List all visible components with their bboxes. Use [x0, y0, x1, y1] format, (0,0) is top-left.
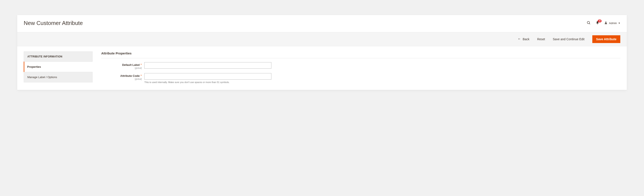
search-icon [586, 21, 591, 26]
required-mark: * [141, 74, 142, 77]
svg-point-3 [606, 22, 606, 23]
sidebar-item-manage-label-options[interactable]: Manage Label / Options [24, 72, 92, 82]
svg-point-2 [597, 24, 598, 24]
scope-text: [global] [101, 67, 142, 69]
form-row-attribute-code: Attribute Code* [global] This is used in… [101, 73, 620, 83]
attribute-code-input[interactable] [144, 73, 272, 80]
sidebar-title: ATTRIBUTE INFORMATION [24, 51, 92, 61]
sidebar-item-label: Properties [27, 65, 41, 68]
page-title: New Customer Attribute [24, 20, 586, 26]
label-col: Attribute Code* [global] [101, 73, 144, 80]
sidebar: ATTRIBUTE INFORMATION Properties Manage … [24, 51, 92, 82]
page-header: New Customer Attribute [17, 15, 627, 32]
account-label: Admin [609, 21, 617, 25]
chevron-down-icon: ▼ [618, 22, 620, 24]
page-card: New Customer Attribute [17, 15, 627, 90]
attribute-code-help: This is used internally. Make sure you d… [144, 81, 272, 83]
back-label: Back [523, 37, 530, 41]
save-button[interactable]: Save Attribute [592, 35, 620, 43]
reset-label: Reset [537, 37, 545, 41]
default-label-input[interactable] [144, 62, 272, 69]
notification-badge: 39 [598, 19, 602, 22]
label-col: Default Label* [global] [101, 62, 144, 69]
required-mark: * [141, 63, 142, 66]
sidebar-item-label: Manage Label / Options [27, 75, 57, 79]
reset-button[interactable]: Reset [537, 37, 545, 41]
back-button[interactable]: Back [518, 37, 530, 41]
main-panel: Attribute Properties Default Label* [glo… [101, 51, 620, 83]
input-col: This is used internally. Make sure you d… [144, 73, 272, 83]
scope-text: [global] [101, 78, 142, 80]
attribute-code-text: Attribute Code [120, 74, 140, 77]
notifications-button[interactable]: 39 [596, 21, 600, 25]
account-menu[interactable]: Admin ▼ [604, 21, 620, 25]
form-row-default-label: Default Label* [global] [101, 62, 620, 69]
sidebar-item-properties[interactable]: Properties [24, 61, 92, 72]
search-button[interactable] [586, 21, 591, 26]
section-title: Attribute Properties [101, 51, 620, 58]
save-continue-button[interactable]: Save and Continue Edit [553, 37, 584, 41]
default-label-text: Default Label [122, 63, 140, 66]
action-bar: Back Reset Save and Continue Edit Save A… [17, 32, 627, 46]
save-continue-label: Save and Continue Edit [553, 37, 584, 41]
svg-line-1 [589, 23, 590, 24]
user-icon [604, 21, 608, 25]
content-body: ATTRIBUTE INFORMATION Properties Manage … [17, 46, 627, 90]
save-label: Save Attribute [596, 37, 616, 41]
header-actions: 39 Admin ▼ [586, 21, 620, 26]
svg-point-0 [587, 21, 590, 24]
input-col [144, 62, 272, 69]
arrow-left-icon [518, 37, 521, 41]
